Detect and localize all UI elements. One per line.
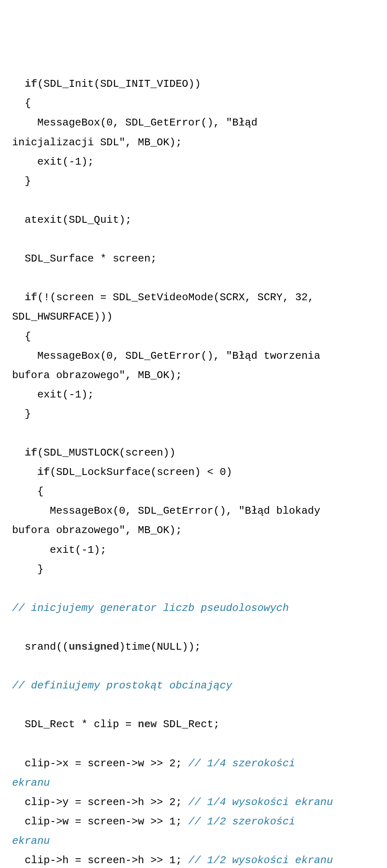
code-line: } [12,404,375,424]
code-line: if(SDL_LockSurface(screen) < 0) [12,462,375,482]
code-line: if(!(screen = SDL_SetVideoMode(SCRX, SCR… [12,288,375,307]
code-line: { [12,94,375,113]
code-line: bufora obrazowego", MB_OK); [12,521,375,540]
code-block: if(SDL_Init(SDL_INIT_VIDEO)) { MessageBo… [12,74,375,868]
code-line: clip->w = screen->w >> 1; // 1/2 szeroko… [12,812,375,831]
code-line: { [12,327,375,346]
code-line: } [12,172,375,191]
code-line: if(SDL_Init(SDL_INIT_VIDEO)) [12,74,375,94]
code-line [12,618,375,637]
code-line: } [12,560,375,579]
code-line: SDL_Rect * clip = new SDL_Rect; [12,715,375,734]
code-line: // inicjujemy generator liczb pseudoloso… [12,598,375,618]
code-line: ekranu [12,831,375,851]
code-line: SDL_Surface * screen; [12,249,375,268]
code-line [12,191,375,210]
code-line: srand((unsigned)time(NULL)); [12,637,375,657]
code-line [12,657,375,676]
code-line: atexit(SDL_Quit); [12,210,375,230]
code-line [12,695,375,715]
code-line: clip->y = screen->h >> 2; // 1/4 wysokoś… [12,793,375,812]
code-line: SDL_HWSURFACE))) [12,307,375,326]
code-line [12,268,375,288]
code-line: bufora obrazowego", MB_OK); [12,366,375,385]
code-line: clip->x = screen->w >> 2; // 1/4 szeroko… [12,754,375,773]
code-line: ekranu [12,773,375,793]
code-line: MessageBox(0, SDL_GetError(), "Błąd twor… [12,346,375,366]
code-line [12,424,375,443]
code-line: { [12,482,375,501]
code-line [12,230,375,249]
code-line: if(SDL_MUSTLOCK(screen)) [12,443,375,462]
code-line: clip->h = screen->h >> 1; // 1/2 wysokoś… [12,851,375,868]
code-line: exit(-1); [12,540,375,560]
code-line [12,579,375,598]
code-line [12,734,375,753]
code-line: exit(-1); [12,152,375,172]
code-line: MessageBox(0, SDL_GetError(), "Błąd [12,113,375,132]
code-line: inicjalizacji SDL", MB_OK); [12,133,375,152]
code-line: MessageBox(0, SDL_GetError(), "Błąd blok… [12,501,375,521]
code-line: exit(-1); [12,385,375,404]
code-line: // definiujemy prostokąt obcinający [12,676,375,695]
